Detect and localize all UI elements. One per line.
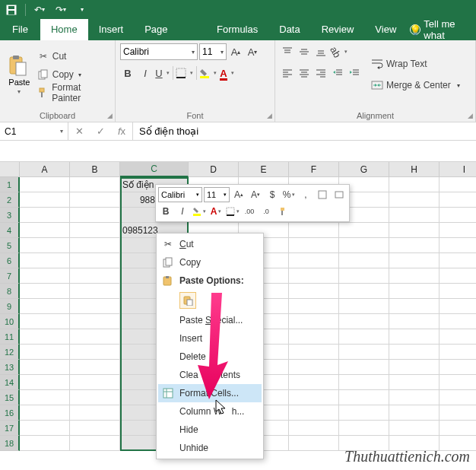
cell-H15[interactable] [389,390,440,405]
cell-F15[interactable] [289,390,339,405]
cell-F16[interactable] [289,405,339,421]
cell-A5[interactable] [20,238,70,253]
cell-B10[interactable] [70,314,120,329]
cell-H9[interactable] [389,299,440,314]
row-header-14[interactable]: 14 [0,375,20,390]
cell-I1[interactable] [440,177,476,192]
orientation-icon[interactable]: ab [330,43,348,60]
cell-A16[interactable] [20,405,70,421]
mini-dec-decimal-icon[interactable]: .0 [259,204,274,219]
mini-format-painter-icon[interactable] [275,204,290,219]
tab-review[interactable]: Review [311,19,365,40]
cell-B16[interactable] [70,405,120,421]
cell-I2[interactable] [440,192,476,208]
cell-F14[interactable] [289,375,339,390]
cell-G5[interactable] [339,238,389,253]
row-header-1[interactable]: 1 [0,177,20,192]
cell-F10[interactable] [289,314,339,329]
enter-formula-icon[interactable]: ✓ [90,125,111,137]
cell-H11[interactable] [389,329,440,345]
undo-icon[interactable]: ↶▾ [32,2,47,17]
ctx-format-cells[interactable]: Format Cells... [158,384,262,402]
cell-G8[interactable] [339,284,389,299]
cell-G11[interactable] [339,329,389,345]
row-header-4[interactable]: 4 [0,223,20,238]
cell-H7[interactable] [389,268,440,284]
col-header-H[interactable]: H [389,162,440,177]
wrap-text-button[interactable]: Wrap Text [371,56,460,72]
cell-G16[interactable] [339,405,389,421]
cell-B4[interactable] [70,223,120,238]
fill-color-button[interactable] [199,65,217,81]
cell-B12[interactable] [70,345,120,360]
font-launcher-icon[interactable]: ◢ [267,110,272,121]
cell-A13[interactable] [20,360,70,375]
cell-I5[interactable] [440,238,476,253]
ctx-column-width[interactable]: Column Width... [158,402,262,421]
row-header-17[interactable]: 17 [0,421,20,436]
tab-page-layout[interactable]: Page Layout [134,19,206,40]
fx-icon[interactable]: fx [111,125,132,137]
cell-B11[interactable] [70,329,120,345]
cell-I6[interactable] [440,253,476,268]
cell-F17[interactable] [289,421,339,436]
save-icon[interactable] [4,2,19,17]
mini-merge-icon[interactable] [332,187,347,202]
row-header-10[interactable]: 10 [0,314,20,329]
col-header-E[interactable]: E [239,162,289,177]
align-top-icon[interactable] [280,43,295,60]
cell-H10[interactable] [389,314,440,329]
col-header-G[interactable]: G [339,162,389,177]
cell-B13[interactable] [70,360,120,375]
row-header-5[interactable]: 5 [0,238,20,253]
cell-B15[interactable] [70,390,120,405]
cell-F5[interactable] [289,238,339,253]
cell-B14[interactable] [70,375,120,390]
cell-G14[interactable] [339,375,389,390]
cell-H5[interactable] [389,238,440,253]
borders-button[interactable] [176,65,194,81]
cancel-formula-icon[interactable]: ✕ [68,125,90,137]
cell-H12[interactable] [389,345,440,360]
cut-button[interactable]: ✂ Cut [37,48,110,65]
row-header-15[interactable]: 15 [0,390,20,405]
increase-indent-icon[interactable] [347,65,362,81]
col-header-B[interactable]: B [70,162,120,177]
decrease-font-icon[interactable]: A▾ [245,43,260,60]
cell-I8[interactable] [440,284,476,299]
cell-I12[interactable] [440,345,476,360]
cell-I7[interactable] [440,268,476,284]
cell-F13[interactable] [289,360,339,375]
tab-data[interactable]: Data [268,19,310,40]
cell-A1[interactable] [20,177,70,192]
font-color-button[interactable]: A [220,65,235,81]
cell-A11[interactable] [20,329,70,345]
cell-I17[interactable] [440,421,476,436]
cell-H1[interactable] [389,177,440,192]
cell-I11[interactable] [440,329,476,345]
mini-percent-icon[interactable]: % [281,187,297,202]
ctx-unhide[interactable]: Unhide [158,439,262,457]
clipboard-launcher-icon[interactable]: ◢ [107,110,113,121]
ctx-paste-special[interactable]: Paste Special... [158,311,262,329]
mini-size-combo[interactable]: 11▾ [204,187,230,202]
cell-F7[interactable] [289,268,339,284]
cell-G15[interactable] [339,390,389,405]
cell-F9[interactable] [289,299,339,314]
cell-B6[interactable] [70,253,120,268]
mini-font-color-icon[interactable]: A [208,204,224,219]
cell-H16[interactable] [389,405,440,421]
tell-me-search[interactable]: 💡 Tell me what [407,19,476,40]
cell-B3[interactable] [70,208,120,223]
cell-A8[interactable] [20,284,70,299]
cell-A4[interactable] [20,223,70,238]
cell-I16[interactable] [440,405,476,421]
cell-G13[interactable] [339,360,389,375]
mini-decrease-font-icon[interactable]: A▾ [248,187,263,202]
tab-home[interactable]: Home [40,19,88,40]
row-header-3[interactable]: 3 [0,208,20,223]
row-header-6[interactable]: 6 [0,253,20,268]
cell-I15[interactable] [440,390,476,405]
mini-increase-font-icon[interactable]: A▴ [231,187,246,202]
qat-customize-icon[interactable]: ▾ [75,2,90,17]
